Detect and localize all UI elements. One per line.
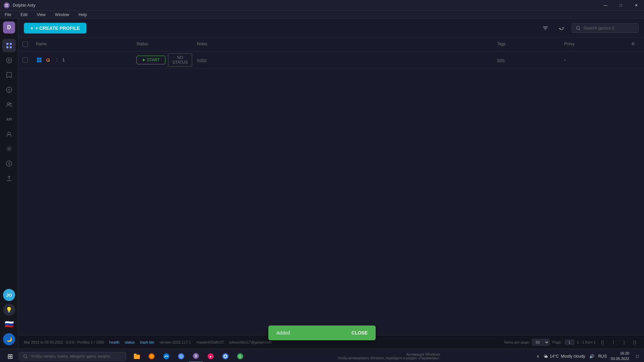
create-profile-button[interactable]: + + CREATE PROFILE	[24, 23, 87, 34]
pagination-next[interactable]: ⟩	[620, 338, 628, 346]
trash-bin-link[interactable]: trash bin	[140, 340, 154, 344]
health-link[interactable]: health	[109, 340, 119, 344]
menu-help[interactable]: Help	[77, 12, 89, 18]
sidebar-bottom: JO 💡 🇷🇺 🌙	[3, 289, 15, 349]
table-header: Name Status Notes Tags Proxy ⚙	[18, 38, 644, 51]
sidebar-item-extensions[interactable]	[2, 83, 16, 97]
pagination-last[interactable]: ⟩⟩	[631, 338, 639, 346]
taskbar-apps: D ● G	[130, 350, 247, 362]
row-proxy-cell: -	[560, 56, 627, 64]
svg-line-26	[26, 357, 28, 358]
row-status-cell: START NO STATUS	[132, 52, 193, 68]
weather-temp: 14°C	[550, 354, 559, 359]
volume-icon[interactable]: 🔊	[589, 354, 594, 359]
header-notes: Notes	[193, 40, 493, 48]
tray-arrow[interactable]: ∧	[536, 354, 540, 359]
toast-close-button[interactable]: CLOSE	[352, 330, 368, 336]
pagination-first[interactable]: ⟨⟨	[598, 338, 606, 346]
taskbar-dolphin[interactable]: D	[189, 350, 203, 362]
header-tags: Tags	[493, 40, 560, 48]
menu-window[interactable]: Window	[53, 12, 71, 18]
notification-bell[interactable]: □	[633, 352, 641, 360]
main-content: + + CREATE PROFILE	[18, 19, 644, 349]
page-input[interactable]	[565, 340, 574, 345]
sidebar-item-members[interactable]	[2, 98, 16, 111]
search-box[interactable]: Search (press /)	[572, 23, 639, 33]
row-settings-cell	[627, 59, 644, 61]
menu-bar: File Edit View Window Help	[0, 11, 644, 19]
start-menu-button[interactable]: ⊞	[3, 350, 17, 362]
column-settings-icon[interactable]: ⚙	[631, 42, 635, 46]
create-profile-label: + CREATE PROFILE	[35, 25, 80, 31]
taskbar-chrome[interactable]	[174, 350, 188, 362]
sidebar-item-profiles[interactable]	[2, 39, 16, 52]
svg-text:G: G	[239, 355, 241, 358]
taskbar-chrome2[interactable]	[219, 350, 232, 362]
taskbar-search-box[interactable]: Чтобы начать поиск, введите здесь запрос	[19, 352, 126, 361]
user-email: jokesvideo17@gmail.com	[229, 340, 272, 344]
svg-line-24	[579, 29, 580, 30]
taskbar-firefox[interactable]	[145, 350, 158, 362]
menu-file[interactable]: File	[3, 12, 13, 18]
row-name-cell: G ⋮ 1	[32, 55, 132, 65]
theme-toggle[interactable]: 💡	[3, 304, 15, 316]
edge-icon	[163, 353, 170, 360]
taskbar-app6[interactable]: ●	[204, 350, 217, 362]
taskbar-edge[interactable]	[160, 350, 173, 362]
profiles-table: Name Status Notes Tags Proxy ⚙	[18, 38, 644, 335]
sidebar-item-billing[interactable]: $	[2, 157, 16, 170]
filter-button[interactable]	[539, 22, 551, 34]
start-button[interactable]: START	[137, 56, 165, 64]
taskbar-file-explorer[interactable]	[130, 350, 144, 362]
menu-edit[interactable]: Edit	[18, 12, 30, 18]
taskbar-chrome3[interactable]: G	[233, 350, 247, 362]
maximize-button[interactable]: □	[613, 0, 629, 11]
svg-point-41	[224, 355, 226, 357]
language-indicator[interactable]: RUS	[598, 354, 607, 359]
sidebar: D	[0, 19, 18, 349]
row-checkbox[interactable]	[22, 57, 28, 63]
svg-point-9	[8, 89, 10, 90]
svg-point-17	[8, 148, 10, 150]
select-all-checkbox[interactable]	[22, 42, 28, 47]
create-profile-plus-icon: +	[31, 25, 33, 31]
toast-message: Added	[276, 330, 290, 336]
sidebar-item-api[interactable]: API	[2, 113, 16, 126]
notes-link[interactable]: notes	[197, 58, 207, 62]
status-link[interactable]: status	[125, 340, 135, 344]
svg-text:D: D	[195, 354, 197, 358]
taskbar-clock[interactable]: 16:20 03.05.2022	[611, 351, 629, 361]
profile-context-menu[interactable]: ⋮	[53, 57, 60, 63]
night-mode-toggle[interactable]: 🌙	[3, 333, 15, 345]
language-flag[interactable]: 🇷🇺	[3, 318, 15, 330]
sidebar-item-export[interactable]	[2, 172, 16, 185]
file-explorer-icon	[133, 353, 141, 360]
user-avatar[interactable]: JO	[3, 289, 15, 301]
dolphin-icon: D	[192, 352, 200, 360]
pagination: Items per page: 50 100 200 Page: 1 - 1 f…	[504, 338, 639, 346]
windows-icon	[36, 57, 43, 63]
sidebar-item-settings[interactable]	[2, 142, 16, 156]
pagination-prev[interactable]: ⟨	[609, 338, 617, 346]
no-status-button[interactable]: NO STATUS	[168, 53, 192, 67]
taskbar-right: ∧ 🌥 14°C Mostly cloudy 🔊 RUS 16:20 03.05…	[536, 351, 641, 361]
svg-point-34	[180, 355, 182, 357]
header-settings: ⚙	[627, 40, 644, 48]
minimize-button[interactable]: —	[598, 0, 613, 11]
sidebar-item-accounts[interactable]	[2, 127, 16, 141]
close-button[interactable]: ✕	[629, 0, 644, 11]
status-buttons: START NO STATUS	[137, 53, 189, 67]
title-bar: D Dolphin Anty — □ ✕	[0, 0, 644, 11]
start-label: START	[147, 58, 160, 62]
per-page-select[interactable]: 50 100 200	[532, 339, 550, 346]
win-tile-icon	[37, 58, 42, 62]
refresh-button[interactable]	[555, 22, 568, 34]
tags-link[interactable]: tags	[497, 58, 505, 62]
sidebar-item-bookmarks[interactable]	[2, 68, 16, 82]
per-page-label: Items per page:	[504, 340, 530, 344]
sidebar-item-cookies[interactable]	[2, 54, 16, 67]
menu-view[interactable]: View	[35, 12, 48, 18]
row-tags-cell: tags	[493, 56, 560, 64]
svg-point-23	[577, 26, 580, 29]
svg-point-25	[24, 354, 27, 357]
